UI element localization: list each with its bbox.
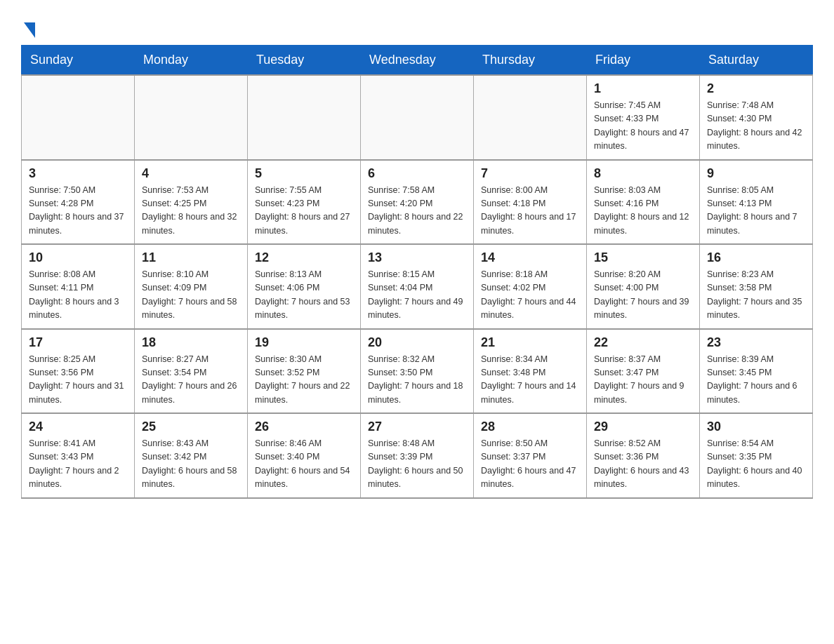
- logo: [21, 20, 35, 38]
- day-info: Sunrise: 8:46 AMSunset: 3:40 PMDaylight:…: [255, 437, 353, 492]
- day-info: Sunrise: 8:43 AMSunset: 3:42 PMDaylight:…: [142, 437, 240, 492]
- calendar-cell: 14Sunrise: 8:18 AMSunset: 4:02 PMDayligh…: [474, 244, 587, 329]
- day-number: 28: [481, 420, 579, 434]
- calendar-cell: 30Sunrise: 8:54 AMSunset: 3:35 PMDayligh…: [700, 413, 813, 498]
- day-info: Sunrise: 8:05 AMSunset: 4:13 PMDaylight:…: [707, 184, 805, 239]
- day-info: Sunrise: 7:53 AMSunset: 4:25 PMDaylight:…: [142, 184, 240, 239]
- calendar-table: SundayMondayTuesdayWednesdayThursdayFrid…: [21, 45, 813, 499]
- calendar-cell: 15Sunrise: 8:20 AMSunset: 4:00 PMDayligh…: [587, 244, 700, 329]
- calendar-cell: 4Sunrise: 7:53 AMSunset: 4:25 PMDaylight…: [135, 160, 248, 245]
- day-number: 10: [29, 250, 127, 265]
- day-number: 22: [594, 335, 692, 350]
- calendar-cell: 5Sunrise: 7:55 AMSunset: 4:23 PMDaylight…: [248, 160, 361, 245]
- day-number: 7: [481, 166, 579, 181]
- calendar-cell: 16Sunrise: 8:23 AMSunset: 3:58 PMDayligh…: [700, 244, 813, 329]
- day-info: Sunrise: 8:15 AMSunset: 4:04 PMDaylight:…: [368, 268, 466, 323]
- calendar-cell: 17Sunrise: 8:25 AMSunset: 3:56 PMDayligh…: [22, 329, 135, 414]
- day-info: Sunrise: 8:00 AMSunset: 4:18 PMDaylight:…: [481, 184, 579, 239]
- day-info: Sunrise: 8:41 AMSunset: 3:43 PMDaylight:…: [29, 437, 127, 492]
- day-info: Sunrise: 8:50 AMSunset: 3:37 PMDaylight:…: [481, 437, 579, 492]
- day-info: Sunrise: 7:48 AMSunset: 4:30 PMDaylight:…: [707, 99, 805, 154]
- day-number: 23: [707, 335, 805, 350]
- day-number: 21: [481, 335, 579, 350]
- calendar-cell: 19Sunrise: 8:30 AMSunset: 3:52 PMDayligh…: [248, 329, 361, 414]
- calendar-cell: 27Sunrise: 8:48 AMSunset: 3:39 PMDayligh…: [361, 413, 474, 498]
- day-number: 19: [255, 335, 353, 350]
- calendar-cell: 26Sunrise: 8:46 AMSunset: 3:40 PMDayligh…: [248, 413, 361, 498]
- calendar-cell: 18Sunrise: 8:27 AMSunset: 3:54 PMDayligh…: [135, 329, 248, 414]
- calendar-cell: 10Sunrise: 8:08 AMSunset: 4:11 PMDayligh…: [22, 244, 135, 329]
- calendar-cell: 23Sunrise: 8:39 AMSunset: 3:45 PMDayligh…: [700, 329, 813, 414]
- day-info: Sunrise: 8:23 AMSunset: 3:58 PMDaylight:…: [707, 268, 805, 323]
- day-number: 6: [368, 166, 466, 181]
- calendar-cell: 7Sunrise: 8:00 AMSunset: 4:18 PMDaylight…: [474, 160, 587, 245]
- day-number: 1: [594, 81, 692, 96]
- day-info: Sunrise: 8:03 AMSunset: 4:16 PMDaylight:…: [594, 184, 692, 239]
- day-info: Sunrise: 8:34 AMSunset: 3:48 PMDaylight:…: [481, 353, 579, 408]
- day-number: 8: [594, 166, 692, 181]
- calendar-cell: [248, 75, 361, 160]
- day-number: 25: [142, 420, 240, 434]
- calendar-cell: 28Sunrise: 8:50 AMSunset: 3:37 PMDayligh…: [474, 413, 587, 498]
- day-number: 15: [594, 250, 692, 265]
- day-info: Sunrise: 8:39 AMSunset: 3:45 PMDaylight:…: [707, 353, 805, 408]
- day-info: Sunrise: 8:08 AMSunset: 4:11 PMDaylight:…: [29, 268, 127, 323]
- day-number: 14: [481, 250, 579, 265]
- day-info: Sunrise: 8:27 AMSunset: 3:54 PMDaylight:…: [142, 353, 240, 408]
- day-number: 27: [368, 420, 466, 434]
- calendar-cell: [135, 75, 248, 160]
- logo-triangle-icon: [24, 22, 35, 38]
- calendar-week-row: 10Sunrise: 8:08 AMSunset: 4:11 PMDayligh…: [22, 244, 813, 329]
- calendar-cell: 6Sunrise: 7:58 AMSunset: 4:20 PMDaylight…: [361, 160, 474, 245]
- day-number: 11: [142, 250, 240, 265]
- day-number: 30: [707, 420, 805, 434]
- day-number: 18: [142, 335, 240, 350]
- day-number: 13: [368, 250, 466, 265]
- calendar-cell: 21Sunrise: 8:34 AMSunset: 3:48 PMDayligh…: [474, 329, 587, 414]
- column-header-monday: Monday: [135, 46, 248, 76]
- day-info: Sunrise: 8:20 AMSunset: 4:00 PMDaylight:…: [594, 268, 692, 323]
- calendar-cell: 9Sunrise: 8:05 AMSunset: 4:13 PMDaylight…: [700, 160, 813, 245]
- day-number: 20: [368, 335, 466, 350]
- column-header-friday: Friday: [587, 46, 700, 76]
- day-number: 3: [29, 166, 127, 181]
- calendar-cell: 12Sunrise: 8:13 AMSunset: 4:06 PMDayligh…: [248, 244, 361, 329]
- calendar-cell: 20Sunrise: 8:32 AMSunset: 3:50 PMDayligh…: [361, 329, 474, 414]
- calendar-cell: 25Sunrise: 8:43 AMSunset: 3:42 PMDayligh…: [135, 413, 248, 498]
- day-info: Sunrise: 8:30 AMSunset: 3:52 PMDaylight:…: [255, 353, 353, 408]
- day-info: Sunrise: 8:32 AMSunset: 3:50 PMDaylight:…: [368, 353, 466, 408]
- page-header: [21, 14, 813, 38]
- day-number: 29: [594, 420, 692, 434]
- calendar-week-row: 17Sunrise: 8:25 AMSunset: 3:56 PMDayligh…: [22, 329, 813, 414]
- day-info: Sunrise: 7:45 AMSunset: 4:33 PMDaylight:…: [594, 99, 692, 154]
- day-info: Sunrise: 8:10 AMSunset: 4:09 PMDaylight:…: [142, 268, 240, 323]
- calendar-cell: 2Sunrise: 7:48 AMSunset: 4:30 PMDaylight…: [700, 75, 813, 160]
- calendar-cell: 13Sunrise: 8:15 AMSunset: 4:04 PMDayligh…: [361, 244, 474, 329]
- calendar-cell: 22Sunrise: 8:37 AMSunset: 3:47 PMDayligh…: [587, 329, 700, 414]
- day-info: Sunrise: 8:18 AMSunset: 4:02 PMDaylight:…: [481, 268, 579, 323]
- day-info: Sunrise: 8:37 AMSunset: 3:47 PMDaylight:…: [594, 353, 692, 408]
- calendar-cell: 1Sunrise: 7:45 AMSunset: 4:33 PMDaylight…: [587, 75, 700, 160]
- calendar-week-row: 3Sunrise: 7:50 AMSunset: 4:28 PMDaylight…: [22, 160, 813, 245]
- calendar-cell: 29Sunrise: 8:52 AMSunset: 3:36 PMDayligh…: [587, 413, 700, 498]
- day-number: 4: [142, 166, 240, 181]
- day-info: Sunrise: 7:50 AMSunset: 4:28 PMDaylight:…: [29, 184, 127, 239]
- calendar-cell: 24Sunrise: 8:41 AMSunset: 3:43 PMDayligh…: [22, 413, 135, 498]
- calendar-week-row: 1Sunrise: 7:45 AMSunset: 4:33 PMDaylight…: [22, 75, 813, 160]
- day-number: 5: [255, 166, 353, 181]
- day-info: Sunrise: 8:48 AMSunset: 3:39 PMDaylight:…: [368, 437, 466, 492]
- calendar-week-row: 24Sunrise: 8:41 AMSunset: 3:43 PMDayligh…: [22, 413, 813, 498]
- day-info: Sunrise: 7:58 AMSunset: 4:20 PMDaylight:…: [368, 184, 466, 239]
- day-info: Sunrise: 7:55 AMSunset: 4:23 PMDaylight:…: [255, 184, 353, 239]
- column-header-wednesday: Wednesday: [361, 46, 474, 76]
- day-info: Sunrise: 8:52 AMSunset: 3:36 PMDaylight:…: [594, 437, 692, 492]
- calendar-cell: 3Sunrise: 7:50 AMSunset: 4:28 PMDaylight…: [22, 160, 135, 245]
- day-number: 24: [29, 420, 127, 434]
- day-number: 12: [255, 250, 353, 265]
- column-header-saturday: Saturday: [700, 46, 813, 76]
- calendar-header-row: SundayMondayTuesdayWednesdayThursdayFrid…: [22, 46, 813, 76]
- day-info: Sunrise: 8:54 AMSunset: 3:35 PMDaylight:…: [707, 437, 805, 492]
- day-number: 9: [707, 166, 805, 181]
- calendar-cell: [22, 75, 135, 160]
- column-header-thursday: Thursday: [474, 46, 587, 76]
